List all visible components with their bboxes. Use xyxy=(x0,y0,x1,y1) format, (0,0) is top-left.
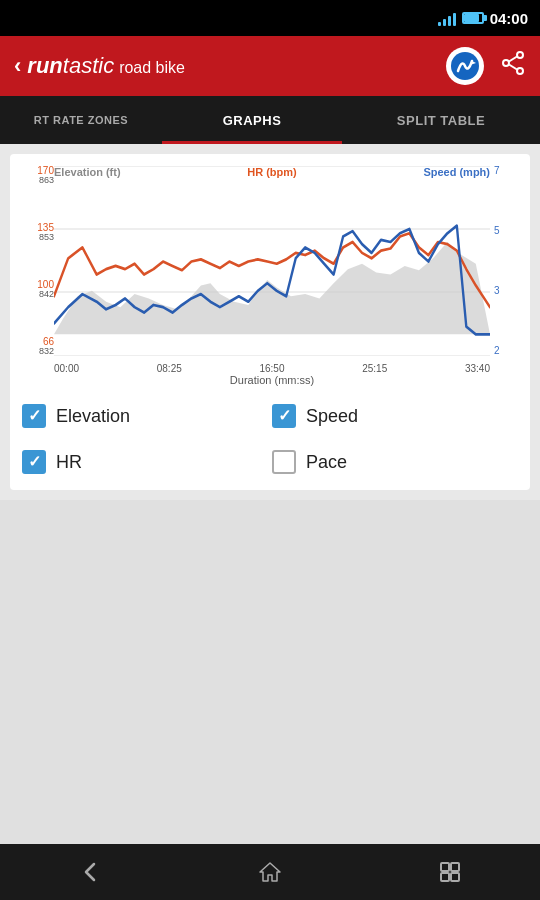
checkbox-row-1: ✓ Elevation ✓ Speed xyxy=(22,400,522,432)
hr-title: HR (bpm) xyxy=(247,166,297,178)
header-right xyxy=(446,47,526,85)
tab-rt-rate-zones[interactable]: RT RATE ZONES xyxy=(0,96,162,144)
speed-checkbox[interactable]: ✓ xyxy=(272,404,296,428)
checkbox-row-2: ✓ HR Pace xyxy=(22,446,522,478)
x-label-4: 33:40 xyxy=(465,363,490,374)
battery-icon xyxy=(462,12,484,24)
nav-back-button[interactable] xyxy=(60,852,120,892)
y-left-863: 863 xyxy=(39,176,54,185)
nav-bar xyxy=(0,844,540,900)
header-left: ‹ runtastic road bike xyxy=(14,53,185,79)
y-left-832: 832 xyxy=(39,347,54,356)
main-content: Elevation (ft) HR (bpm) Speed (mph) 170 … xyxy=(0,144,540,500)
elevation-title: Elevation (ft) xyxy=(54,166,121,178)
speed-title: Speed (mph) xyxy=(423,166,490,178)
header: ‹ runtastic road bike xyxy=(0,36,540,96)
checkbox-elevation-col: ✓ Elevation xyxy=(22,400,272,432)
speed-label: Speed xyxy=(306,406,358,427)
tab-bar: RT RATE ZONES GRAPHS SPLIT TABLE xyxy=(0,96,540,144)
hr-label: HR xyxy=(56,452,82,473)
y-left-853: 853 xyxy=(39,233,54,242)
x-axis-title: Duration (mm:ss) xyxy=(54,374,490,386)
runtastic-logo-icon[interactable] xyxy=(446,47,484,85)
x-label-1: 08:25 xyxy=(157,363,182,374)
pace-label: Pace xyxy=(306,452,347,473)
chart-area: Elevation (ft) HR (bpm) Speed (mph) 170 … xyxy=(22,166,522,386)
x-label-3: 25:15 xyxy=(362,363,387,374)
chart-card: Elevation (ft) HR (bpm) Speed (mph) 170 … xyxy=(10,154,530,490)
x-axis-labels: 00:00 08:25 16:50 25:15 33:40 xyxy=(54,363,490,374)
checkbox-pace-col: Pace xyxy=(272,446,522,478)
y-left-842: 842 xyxy=(39,290,54,299)
checkbox-hr-col: ✓ HR xyxy=(22,446,272,478)
svg-rect-11 xyxy=(441,863,449,871)
x-label-0: 00:00 xyxy=(54,363,79,374)
checkbox-speed-col: ✓ Speed xyxy=(272,400,522,432)
elevation-label: Elevation xyxy=(56,406,130,427)
x-label-2: 16:50 xyxy=(259,363,284,374)
status-bar: 04:00 xyxy=(0,0,540,36)
signal-icon xyxy=(438,10,456,26)
svg-rect-12 xyxy=(451,863,459,871)
svg-point-4 xyxy=(503,60,509,66)
y-axis-left: 170 863 135 853 100 842 66 832 xyxy=(22,166,54,356)
pace-checkbox[interactable] xyxy=(272,450,296,474)
svg-point-3 xyxy=(517,68,523,74)
share-button[interactable] xyxy=(500,50,526,82)
nav-home-button[interactable] xyxy=(240,852,300,892)
y-right-2: 2 xyxy=(494,346,522,356)
svg-line-6 xyxy=(509,65,517,70)
y-right-3: 3 xyxy=(494,286,522,296)
logo-runtastic: runtastic xyxy=(27,53,114,79)
y-right-7: 7 xyxy=(494,166,522,176)
svg-point-2 xyxy=(517,52,523,58)
svg-rect-13 xyxy=(441,873,449,881)
chart-svg xyxy=(54,166,490,356)
y-right-5: 5 xyxy=(494,226,522,236)
logo-road-bike: road bike xyxy=(119,59,185,77)
nav-recent-button[interactable] xyxy=(420,852,480,892)
svg-rect-14 xyxy=(451,873,459,881)
chart-title-row: Elevation (ft) HR (bpm) Speed (mph) xyxy=(54,166,490,178)
y-axis-right: 7 5 3 2 xyxy=(494,166,522,356)
back-button[interactable]: ‹ xyxy=(14,53,21,79)
hr-checkbox[interactable]: ✓ xyxy=(22,450,46,474)
tab-graphs[interactable]: GRAPHS xyxy=(162,96,342,144)
tab-split-table[interactable]: SPLIT TABLE xyxy=(342,96,540,144)
elevation-checkbox[interactable]: ✓ xyxy=(22,404,46,428)
status-time: 04:00 xyxy=(490,10,528,27)
status-icons: 04:00 xyxy=(438,10,528,27)
chart-inner xyxy=(54,166,490,356)
svg-line-5 xyxy=(509,57,517,62)
